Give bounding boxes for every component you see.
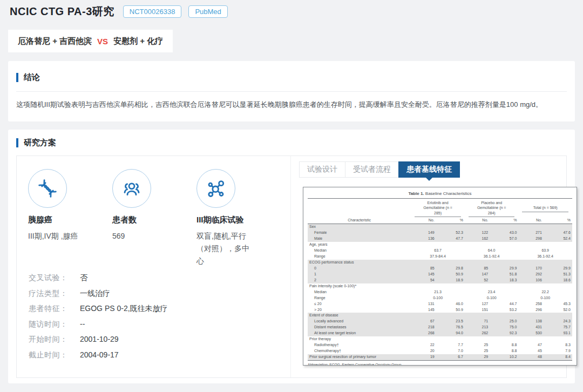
cell-value: 8.8 <box>495 342 518 348</box>
cell-value: 151 <box>465 307 495 313</box>
tab-trial-design[interactable]: 试验设计 <box>299 161 345 178</box>
cell-value: 145 <box>411 272 441 278</box>
cell-value: 6.7 <box>442 354 465 360</box>
column-no: No. <box>465 217 495 224</box>
cell-value: 23.4 <box>465 289 519 295</box>
cell-value: 213 <box>465 325 495 330</box>
accent-bar-icon <box>16 138 18 147</box>
cell-value: 298 <box>518 236 548 242</box>
comparison-arm-left: 厄洛替尼 + 吉西他滨 <box>18 36 92 46</box>
cell-value: 8.8 <box>495 348 518 354</box>
pubmed-badge[interactable]: PubMed <box>188 5 227 18</box>
cell-value: 296 <box>518 307 548 313</box>
detail-row: 截止时间：2004-09-17 <box>29 350 168 360</box>
cell-value: 22 <box>411 342 441 348</box>
row-label: Sex <box>308 224 411 230</box>
table-data-row: 114550.914751.829251.3 <box>308 272 572 278</box>
table-data-row: Median21.323.422.2 <box>308 289 572 295</box>
dna-icon <box>28 169 67 208</box>
cell-value: 85 <box>411 266 441 272</box>
cell-value: 18.6 <box>549 278 572 283</box>
study-protocol-card: 研究方案 胰腺癌 III期,IV期 ,腺癌 <box>8 130 575 383</box>
cell-value: 22.2 <box>518 289 572 295</box>
tab-participant-flow[interactable]: 受试者流程 <box>345 161 399 178</box>
summary-card-cancer: 胰腺癌 III期,IV期 ,腺癌 <box>28 169 109 242</box>
treatment-comparison-bar: 厄洛替尼 + 吉西他滨 VS 安慰剂 + 化疗 <box>8 30 173 52</box>
detail-row: 交叉试验：否 <box>29 273 168 283</box>
row-label: Female <box>308 230 411 236</box>
cell-value: 43.0 <box>495 230 518 236</box>
cell-value: 64.0 <box>465 248 519 254</box>
detail-value: -- <box>80 319 85 329</box>
cell-value: 53.2 <box>495 307 518 313</box>
baseline-table-figure[interactable]: Table 1. Baseline Characteristics Erloti… <box>303 187 577 366</box>
table-data-row: 08529.88529.917029.9 <box>308 266 572 272</box>
row-label: Locally advanced <box>308 319 411 325</box>
column-pct: % <box>495 217 518 224</box>
cell-value: 50.9 <box>442 272 465 278</box>
row-label: 2 <box>308 278 411 283</box>
tab-baseline-characteristics[interactable]: 患者基线特征 <box>398 161 460 178</box>
cell-value: 292 <box>518 272 548 278</box>
table-data-row: Range0-1000-1000-100 <box>308 295 572 301</box>
table-data-row: Range37.9-84.436.1-92.436.1-92.4 <box>308 254 572 260</box>
column-no: No. <box>411 217 441 224</box>
conclusion-text: 这项随机III期试验表明与吉西他滨单药相比，吉西他滨联合厄洛替尼可以显著延长晚期… <box>16 99 567 111</box>
cell-value: 170 <box>518 266 548 272</box>
cell-value: 29.9 <box>495 266 518 272</box>
column-no: No. <box>518 217 548 224</box>
cell-value: 57.0 <box>495 236 518 242</box>
column-pct: % <box>442 217 465 224</box>
cell-value: 44.7 <box>495 301 518 307</box>
table-footnotes: Abbreviation: ECOG, Eastern Cooperative … <box>308 362 572 366</box>
summary-card-phase: III期临床试验 双盲,随机,平行（对照），多中心 <box>196 169 277 267</box>
page-header: NCIC CTG PA-3研究 NCT00026338 PubMed <box>10 4 228 19</box>
cell-value: 47.7 <box>442 236 465 242</box>
table-data-row: > 2014550.915153.229652.0 <box>308 307 572 313</box>
baseline-table-body: SexFemale14952.312243.027147.6Male13647.… <box>308 224 572 361</box>
table-title: Table 1. Baseline Characteristics <box>308 190 572 198</box>
row-label: Prior therapy <box>308 336 411 342</box>
cell-value: 20 <box>411 348 441 354</box>
cell-value: 45 <box>518 348 548 354</box>
table-section-row: Pain intensity (scale 0-100)* <box>308 283 572 289</box>
page-title: NCIC CTG PA-3研究 <box>10 4 114 19</box>
detail-value: 2001-10-29 <box>80 334 119 344</box>
cell-value: 50.9 <box>442 307 465 313</box>
row-label: Median <box>308 248 411 254</box>
nct-id-badge[interactable]: NCT00026338 <box>123 5 182 18</box>
cell-value: 530 <box>518 330 548 336</box>
column-group-total: Total (n = 569) <box>533 205 558 210</box>
detail-row: 患者特征：EGOG PS 0-2,既往未放疗 <box>29 303 168 314</box>
cancer-type-label: 胰腺癌 <box>28 215 109 225</box>
cell-value: 8.3 <box>549 342 572 348</box>
detail-value: 2004-09-17 <box>80 350 119 360</box>
cell-value: 127 <box>465 301 495 307</box>
row-label: Radiotherapy† <box>308 342 411 348</box>
table-data-row: Prior surgical resection of primary tumo… <box>308 354 572 360</box>
row-label: Extent of disease <box>308 313 411 319</box>
conclusion-header: 结论 <box>16 72 40 83</box>
table-data-row: Radiotherapy†227.7258.8478.3 <box>308 342 572 348</box>
cell-value: 149 <box>411 230 441 236</box>
cell-value: 29.9 <box>549 266 572 272</box>
table-data-row: ≤ 2013146.012744.725845.3 <box>308 301 572 307</box>
table-data-row: Locally advanced6723.57125.013824.3 <box>308 319 572 325</box>
details-list: 交叉试验：否疗法类型：一线治疗患者特征：EGOG PS 0-2,既往未放疗随访时… <box>29 273 168 365</box>
row-label: Male <box>308 236 411 242</box>
cell-value: 8.4 <box>549 354 572 360</box>
cell-value: 47.6 <box>549 230 572 236</box>
column-group-erlotinib: Erlotinib and Gemcitabine (n = 285) <box>421 200 455 215</box>
patient-count-value: 569 <box>112 230 193 242</box>
row-label: Prior surgical resection of primary tumo… <box>308 354 411 360</box>
table-section-row: ECOG performance status <box>308 260 572 266</box>
row-label: ≤ 20 <box>308 301 411 307</box>
cell-value: 29 <box>465 354 495 360</box>
cell-value: 36.1-92.4 <box>465 254 519 260</box>
cell-value: 0-100 <box>411 295 465 301</box>
cell-value: 18.3 <box>495 278 518 283</box>
column-pct: % <box>549 217 572 224</box>
cell-value: 258 <box>518 301 548 307</box>
cell-value: 46.0 <box>442 301 465 307</box>
cell-value: 138 <box>518 319 548 325</box>
